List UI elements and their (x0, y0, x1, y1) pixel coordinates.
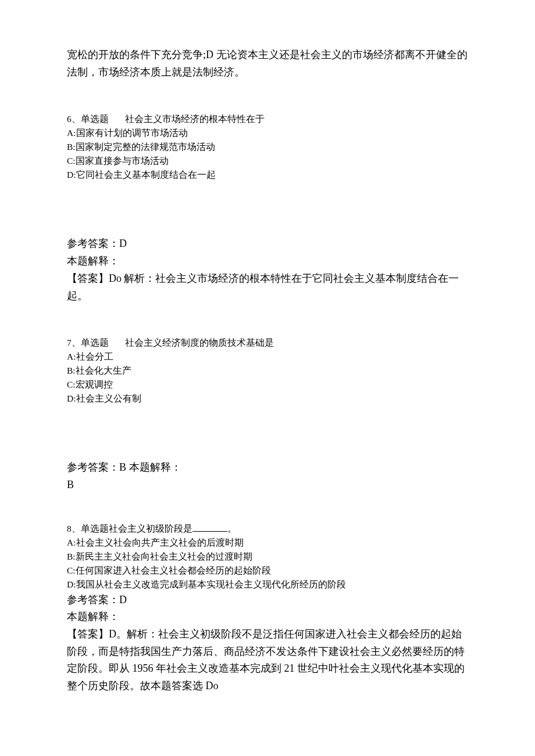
spacer (67, 308, 468, 336)
q6-stem: 6、单选题社会主义市场经济的根本特性在于 (67, 112, 468, 126)
q7-option-b: B:社会化大生产 (67, 364, 468, 378)
q6-explain-label: 本题解释： (67, 253, 468, 270)
q8-option-c: C:任何国家进入社会主义社会都会经历的起始阶段 (67, 564, 468, 578)
q7-explain-body: B (67, 476, 468, 494)
spacer (67, 84, 468, 112)
q8-option-b: B:新民主主义社会向社会主义社会的过渡时期 (67, 550, 468, 564)
q8-explain-body: 【答案】D。解析：社会主义初级阶段不是泛指任何国家进入社会主义都会经历的起始阶段… (67, 626, 468, 695)
q6-explain-body: 【答案】Do 解析：社会主义市场经济的根本特性在于它同社会主义基本制度结合在一起… (67, 270, 468, 304)
q8-option-a: A:社会主义社会向共产主义社会的后渡时期 (67, 536, 468, 550)
q6-option-c: C:国家直接参与市场活动 (67, 154, 468, 168)
q6-stem-prefix: 6、单选题 (67, 114, 109, 124)
q7-ref-answer: 参考答案：B 本题解释： (67, 459, 468, 476)
spacer (67, 406, 468, 459)
q7-option-d: D:社会主义公有制 (67, 392, 468, 406)
intro-paragraph: 宽松的开放的条件下充分竞争;D 无论资本主义还是社会主义的市场经济都离不开健全的… (67, 46, 468, 81)
q7-stem: 7、单选题社会主义经济制度的物质技术基础是 (67, 336, 468, 350)
document-page: 宽松的开放的条件下充分竞争;D 无论资本主义还是社会主义的市场经济都离不开健全的… (0, 0, 535, 733)
q8-option-d: D:我国从社会主义改造完成到基本实现社会主义现代化所经历的阶段 (67, 578, 468, 592)
q8-stem-prefix: 8、单选题社会主义初级阶段是 (67, 524, 192, 533)
q7-stem-text: 社会主义经济制度的物质技术基础是 (125, 338, 274, 347)
q6-ref-answer: 参考答案：D (67, 235, 468, 253)
q6-option-d: D:它同社会主义基本制度结合在一起 (67, 168, 468, 182)
q7-stem-prefix: 7、单选题 (67, 338, 109, 347)
q8-stem-suffix: 。 (227, 524, 237, 533)
q7-option-c: C:宏观调控 (67, 378, 468, 392)
q6-stem-text: 社会主义市场经济的根本特性在于 (125, 114, 265, 124)
q6-option-b: B:国家制定完整的法律规范市场活动 (67, 140, 468, 154)
spacer (67, 494, 468, 522)
q7-option-a: A:社会分工 (67, 350, 468, 364)
q6-option-a: A:国家有计划的调节市场活动 (67, 126, 468, 140)
q8-stem: 8、单选题社会主义初级阶段是。 (67, 522, 468, 536)
q8-explain-label: 本题解释： (67, 608, 468, 626)
blank-underline (192, 523, 227, 532)
spacer (67, 182, 468, 235)
q8-ref-answer: 参考答案：D (67, 592, 468, 609)
